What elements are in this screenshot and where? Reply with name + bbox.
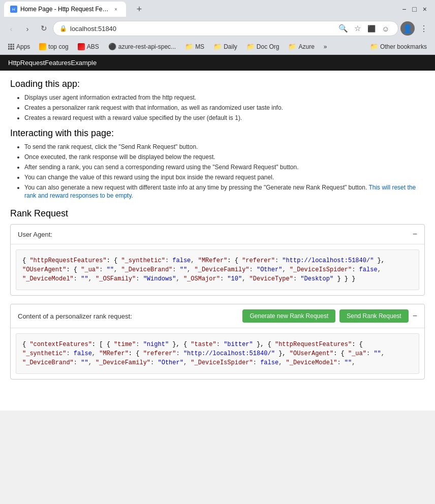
omnibox[interactable]: 🔒 localhost:51840 🔍 ☆ ⬛ ☺ bbox=[53, 21, 398, 36]
more-bookmarks-button[interactable]: » bbox=[320, 41, 331, 52]
window-controls: − □ × bbox=[402, 5, 431, 13]
interacting-bullet-3: After sending a rank, you can send a cor… bbox=[24, 163, 425, 172]
loading-bullet-1: Displays user agent information extracte… bbox=[24, 93, 425, 102]
azure-folder-icon: 📁 bbox=[288, 43, 296, 50]
bookmark-other-label: Other bookmarks bbox=[380, 43, 427, 50]
github-icon: ⚫ bbox=[108, 43, 116, 50]
bookmark-azure-label: Azure bbox=[298, 43, 314, 50]
ms-folder-icon: 📁 bbox=[185, 43, 193, 50]
user-agent-collapse-button[interactable]: − bbox=[413, 230, 417, 239]
tab-title: Home Page - Http Request Featu... bbox=[20, 6, 109, 13]
page-content: HttpRequestFeaturesExample Loading this … bbox=[0, 55, 435, 411]
interacting-bullet-2: Once executed, the rank response will be… bbox=[24, 153, 425, 162]
interacting-title: Interacting with this page: bbox=[10, 128, 425, 139]
extensions-icon[interactable]: ⬛ bbox=[365, 22, 378, 35]
loading-bullet-2: Creates a personalizer rank request with… bbox=[24, 104, 425, 112]
bookmark-top-cog-label: top cog bbox=[48, 43, 68, 50]
bookmark-other[interactable]: 📁 Other bookmarks bbox=[366, 41, 431, 52]
maximize-button[interactable]: □ bbox=[412, 5, 416, 13]
bookmark-apps-label: Apps bbox=[16, 43, 30, 50]
apps-grid-icon bbox=[8, 44, 14, 50]
face-icon[interactable]: ☺ bbox=[380, 22, 392, 35]
bookmark-apps[interactable]: Apps bbox=[4, 41, 34, 52]
bookmark-doc-org-label: Doc Org bbox=[257, 43, 279, 50]
daily-folder-icon: 📁 bbox=[213, 43, 222, 50]
main-content: Loading this app: Displays user agent in… bbox=[0, 71, 435, 396]
title-bar: H Home Page - Http Request Featu... × + … bbox=[0, 0, 435, 18]
bookmarks-bar: Apps top cog ABS ⚫ azure-rest-api-spec..… bbox=[0, 39, 435, 55]
bookmark-ms[interactable]: 📁 MS bbox=[181, 41, 208, 52]
rank-request-panel-header: Content of a personalizer rank request: … bbox=[11, 304, 424, 328]
browser-menu-button[interactable]: ⋮ bbox=[417, 21, 431, 36]
bookmark-azure-rest-label: azure-rest-api-spec... bbox=[118, 43, 176, 50]
new-tab-button[interactable]: + bbox=[132, 2, 146, 16]
tab-close-button[interactable]: × bbox=[112, 5, 120, 13]
bookmark-top-cog[interactable]: top cog bbox=[35, 41, 72, 52]
toolbar: ‹ › ↻ 🔒 localhost:51840 🔍 ☆ ⬛ ☺ 👤 ⋮ bbox=[0, 18, 435, 39]
toolbar-right: 👤 ⋮ bbox=[400, 21, 431, 36]
more-bookmarks-label: » bbox=[324, 43, 327, 50]
app-title: HttpRequestFeaturesExample bbox=[8, 59, 97, 67]
other-folder-icon: 📁 bbox=[370, 43, 378, 50]
user-agent-panel: User Agent: − { "httpRequestFeatures": {… bbox=[10, 224, 425, 296]
back-button[interactable]: ‹ bbox=[4, 21, 18, 36]
omnibox-actions: 🔍 ☆ ⬛ ☺ bbox=[337, 22, 392, 35]
loading-title: Loading this app: bbox=[10, 79, 425, 89]
generate-rank-request-button[interactable]: Generate new Rank Request bbox=[242, 309, 335, 323]
rank-request-title: Rank Request bbox=[10, 208, 425, 219]
active-tab[interactable]: H Home Page - Http Request Featu... × bbox=[4, 2, 126, 17]
url-display: localhost:51840 bbox=[70, 25, 334, 33]
close-button[interactable]: × bbox=[423, 5, 427, 13]
rank-request-panel-actions: Generate new Rank Request Send Rank Requ… bbox=[242, 309, 417, 323]
refresh-button[interactable]: ↻ bbox=[37, 21, 51, 36]
interacting-bullet-1: To send the rank request, click the "Sen… bbox=[24, 143, 425, 151]
interacting-bullet-5: You can also generate a new request with… bbox=[24, 183, 425, 201]
bookmark-doc-org[interactable]: 📁 Doc Org bbox=[242, 41, 284, 52]
rank-request-content-panel: Content of a personalizer rank request: … bbox=[10, 304, 425, 380]
rank-request-collapse-button[interactable]: − bbox=[413, 311, 417, 321]
lock-icon: 🔒 bbox=[59, 25, 67, 32]
interacting-bullets: To send the rank request, click the "Sen… bbox=[10, 143, 425, 200]
bookmark-ms-label: MS bbox=[195, 43, 204, 50]
bookmark-azure[interactable]: 📁 Azure bbox=[284, 41, 318, 52]
user-agent-label: User Agent: bbox=[18, 231, 52, 238]
forward-button[interactable]: › bbox=[20, 21, 35, 36]
doc-org-folder-icon: 📁 bbox=[246, 43, 255, 50]
rank-request-panel-label: Content of a personalizer rank request: bbox=[18, 312, 132, 320]
browser-chrome: H Home Page - Http Request Featu... × + … bbox=[0, 0, 435, 411]
abs-favicon bbox=[78, 43, 85, 50]
bookmark-azure-rest[interactable]: ⚫ azure-rest-api-spec... bbox=[104, 41, 180, 52]
rank-request-json: { "contextFeatures": [ { "time": "night"… bbox=[16, 333, 419, 374]
search-icon[interactable]: 🔍 bbox=[337, 22, 349, 35]
bookmark-daily[interactable]: 📁 Daily bbox=[209, 41, 241, 52]
star-icon[interactable]: ☆ bbox=[351, 22, 363, 35]
user-agent-panel-header: User Agent: − bbox=[11, 225, 424, 244]
app-header: HttpRequestFeaturesExample bbox=[0, 55, 435, 71]
minimize-button[interactable]: − bbox=[402, 5, 406, 13]
bookmark-daily-label: Daily bbox=[224, 43, 237, 50]
loading-bullets: Displays user agent information extracte… bbox=[10, 93, 425, 122]
loading-bullet-3: Creates a reward request with a reward v… bbox=[24, 114, 425, 122]
tab-favicon: H bbox=[10, 6, 17, 13]
user-agent-json: { "httpRequestFeatures": { "_synthetic":… bbox=[16, 249, 419, 290]
bookmark-abs[interactable]: ABS bbox=[74, 41, 103, 52]
top-cog-favicon bbox=[39, 43, 46, 50]
profile-button[interactable]: 👤 bbox=[400, 21, 415, 36]
interacting-bullet-4: You can change the value of this reward … bbox=[24, 173, 425, 182]
send-rank-request-button[interactable]: Send Rank Request bbox=[339, 309, 408, 323]
bookmark-abs-label: ABS bbox=[87, 43, 99, 50]
